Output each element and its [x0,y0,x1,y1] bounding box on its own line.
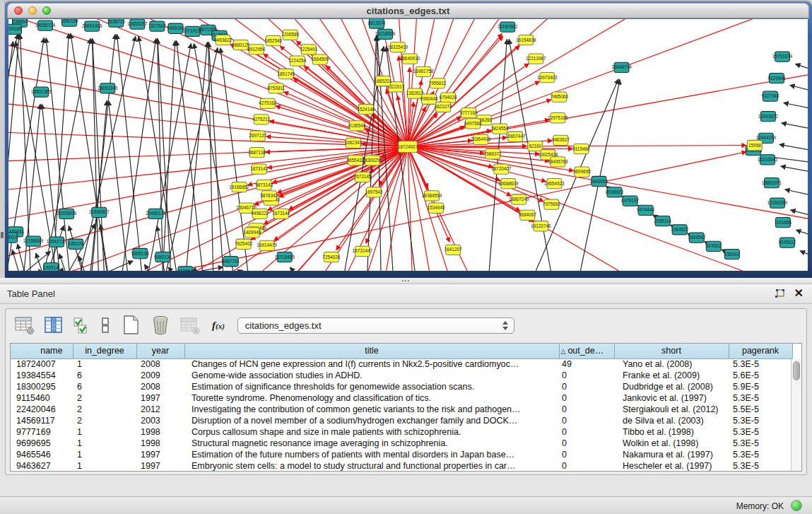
graph-node[interactable]: 7955812 [429,78,447,88]
graph-node[interactable]: 12160399 [767,198,788,208]
graph-node[interactable]: 2697137 [249,131,266,141]
graph-node[interactable]: 9474444 [637,205,654,215]
graph-node[interactable]: 18724007 [398,141,418,152]
graph-node[interactable]: 9463822 [214,35,232,45]
graph-node[interactable]: 15958 [747,140,762,150]
graph-node[interactable]: 1101656 [775,218,792,228]
graph-node[interactable]: 8912954 [247,45,265,54]
graph-node[interactable]: 204186 [8,24,22,34]
graph-node[interactable]: 1640954 [590,176,608,186]
table-settings-icon[interactable] [14,315,35,335]
graph-node[interactable]: 1224254 [288,56,306,66]
column-header-short[interactable]: short [614,344,729,358]
graph-node[interactable]: 9115460 [572,144,590,153]
graph-node[interactable]: 19166852 [229,182,249,192]
graph-node[interactable]: 1673144 [272,209,290,218]
graph-node[interactable]: 16961758 [413,66,434,76]
graph-node[interactable]: 18720407 [491,164,512,174]
graph-node[interactable]: 9777169 [460,107,478,117]
graph-node[interactable]: 7625402 [235,239,252,249]
panel-divider[interactable] [0,278,812,284]
graph-node[interactable]: 1064522 [671,225,688,235]
window-title-bar[interactable]: citations_edges.txt [7,3,809,18]
graph-node[interactable]: 2638715 [107,19,125,27]
graph-node[interactable]: 18495768 [548,157,568,167]
graph-node[interactable]: 6794028 [440,93,457,103]
table-row[interactable]: 1938455462009Genome-wide association stu… [11,370,792,381]
table-row[interactable]: 969969511998Structural magnetic resonanc… [11,438,792,449]
graph-node[interactable]: 16154838 [516,35,536,45]
graph-node[interactable]: 5878342 [260,191,278,201]
graph-node[interactable]: 3687138 [248,148,266,158]
network-canvas[interactable]: 2368041405572416501362069140626387151065… [8,19,808,271]
close-panel-icon[interactable]: ✕ [794,287,804,300]
table-scrollbar-thumb[interactable] [793,361,800,380]
graph-node[interactable]: 7673145 [353,172,371,182]
graph-node[interactable]: 18807249 [509,194,529,204]
graph-node[interactable]: 12975185 [548,113,568,123]
table-selector-dropdown[interactable]: citations_edges.txt [237,317,514,334]
graph-node[interactable]: 7254026 [322,252,340,262]
graph-node[interactable]: 1062341 [344,138,362,148]
graph-node[interactable]: 9684067 [519,210,536,220]
graph-node[interactable]: 28053346 [98,83,118,93]
column-header-out_de[interactable]: △out_de… [559,344,614,358]
graph-node[interactable]: 9129946 [767,74,785,83]
graph-node[interactable]: 9463627 [552,135,570,145]
graph-node[interactable]: 168654 [178,267,194,271]
graph-node[interactable]: 3824554 [491,124,509,134]
graph-node[interactable]: 7986372 [484,149,502,159]
graph-node[interactable]: 16210643 [758,155,778,165]
table-row[interactable]: 977716911998Corpus callosum shape and si… [11,426,792,438]
graph-node[interactable]: 21860507 [89,207,110,217]
graph-node[interactable]: 4621072 [435,102,452,112]
graph-node[interactable]: 15892971 [762,177,782,187]
graph-node[interactable]: 16120746 [531,221,551,231]
graph-node[interactable]: 8938923 [606,187,623,197]
table-row[interactable]: 1830029562008Estimation of significance … [11,381,792,392]
graph-node[interactable]: 19218506 [375,29,396,39]
graph-node[interactable]: 20206576 [57,209,77,218]
graph-node[interactable]: 1225491 [300,45,317,54]
graph-node[interactable]: 9227343 [761,91,779,101]
graph-node[interactable]: 924502 [706,241,722,251]
graph-node[interactable]: 1851745 [277,69,295,78]
graph-node[interactable]: 8813074 [367,19,385,28]
graph-node[interactable]: 8753811 [267,83,285,93]
table-scrollbar[interactable] [791,359,801,471]
graph-node[interactable]: 1524148 [357,104,375,114]
graph-node[interactable]: 1873143 [250,164,268,174]
table-row[interactable]: 2242004622012Investigating the contribut… [11,404,792,415]
graph-node[interactable]: 18300295 [363,156,383,165]
graph-node[interactable]: 4275212 [252,115,270,124]
divider-handle-icon[interactable] [401,279,410,283]
column-header-in_degree[interactable]: in_degree [73,344,136,358]
graph-node[interactable]: 7485063 [551,92,568,102]
graph-node[interactable]: 6479197 [621,196,639,206]
graph-node[interactable]: 5905136 [131,248,149,258]
graph-node[interactable]: 1852540 [264,35,282,45]
graph-node[interactable]: 9699695 [573,167,591,177]
graph-node[interactable]: 15751074 [772,52,793,62]
graph-node[interactable]: 16501365 [31,87,52,97]
column-header-name[interactable]: name [11,344,73,358]
graph-node[interactable]: 19654923 [544,178,565,188]
graph-node[interactable]: 14055724 [35,21,56,30]
clear-selection-icon[interactable] [99,315,112,335]
table-row[interactable]: 946362711997Embryonic stem cells: a mode… [11,460,792,472]
graph-node[interactable]: 20495176 [146,209,166,218]
graph-node[interactable]: 9136544 [348,121,365,131]
graph-node[interactable]: 12093872 [758,112,779,122]
graph-node[interactable]: 9050136 [154,252,172,262]
graph-node[interactable]: 1409949 [243,228,261,238]
graph-node[interactable]: 10807447 [505,132,526,141]
graph-node[interactable]: 19384554 [422,191,442,201]
graph-node[interactable]: 16914479 [257,240,277,250]
column-header-pagerank[interactable]: pagerank [729,344,792,358]
graph-node[interactable]: 10688609 [498,178,519,188]
graph-node[interactable]: 15718485 [274,252,295,262]
graph-node[interactable]: 1641207 [445,245,462,255]
graph-node[interactable]: 9990448 [420,94,438,104]
graph-node[interactable]: 16640910 [400,54,420,64]
table-row[interactable]: 911546021997Tourette syndrome. Phenomeno… [11,392,792,404]
